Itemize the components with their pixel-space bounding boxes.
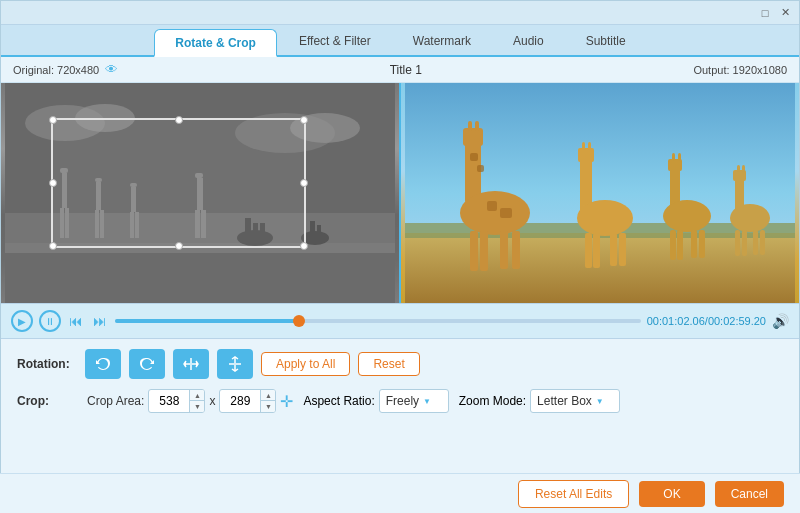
reset-all-button[interactable]: Reset All Edits: [518, 480, 629, 508]
scene-left: [1, 83, 399, 303]
svg-rect-52: [585, 233, 592, 268]
aspect-ratio-group: Aspect Ratio: Freely ▼: [303, 389, 448, 413]
volume-icon[interactable]: 🔊: [772, 313, 789, 329]
crop-width-input-wrap: ▲ ▼: [148, 389, 205, 413]
title-bar: □ ✕: [1, 1, 799, 25]
x-separator: x: [209, 394, 215, 408]
tabs-bar: Rotate & Crop Effect & Filter Watermark …: [1, 25, 799, 57]
zoom-mode-label: Zoom Mode:: [459, 394, 526, 408]
svg-rect-42: [512, 231, 520, 269]
svg-point-38: [460, 191, 530, 235]
pause-button[interactable]: ⏸: [39, 310, 61, 332]
svg-rect-49: [582, 142, 585, 150]
time-display: 00:01:02.06/00:02:59.20: [647, 315, 766, 327]
bottom-bar: Reset All Edits OK Cancel: [0, 473, 800, 513]
svg-point-69: [730, 204, 770, 232]
minimize-button[interactable]: □: [757, 5, 773, 21]
flip-v-button[interactable]: [217, 349, 253, 379]
progress-fill: [115, 319, 299, 323]
aspect-ratio-arrow: ▼: [423, 397, 431, 406]
crop-height-down[interactable]: ▼: [261, 401, 275, 412]
svg-point-51: [577, 200, 633, 236]
svg-rect-41: [500, 231, 508, 269]
rotation-row: Rotation: Apply to All Reset: [17, 349, 783, 379]
eye-icon[interactable]: 👁: [105, 62, 118, 77]
svg-rect-40: [480, 231, 488, 271]
crop-area-label: Crop Area:: [87, 394, 144, 408]
crop-height-input-wrap: ▲ ▼: [219, 389, 276, 413]
tab-rotate-crop[interactable]: Rotate & Crop: [154, 29, 277, 57]
svg-rect-36: [468, 121, 472, 131]
svg-rect-59: [678, 153, 681, 161]
svg-rect-68: [742, 165, 745, 172]
svg-rect-72: [753, 230, 758, 255]
crop-width-input[interactable]: [149, 392, 189, 410]
ok-button[interactable]: OK: [639, 481, 704, 507]
svg-rect-61: [670, 230, 676, 260]
svg-rect-37: [475, 121, 479, 131]
svg-rect-46: [500, 208, 512, 218]
zoom-mode-select[interactable]: Letter Box ▼: [530, 389, 620, 413]
svg-rect-55: [619, 233, 626, 266]
svg-rect-43: [470, 153, 478, 161]
center-icon[interactable]: ✛: [280, 392, 293, 411]
svg-rect-30: [317, 225, 321, 241]
playback-bar: ▶ ⏸ ⏮ ⏭ 00:01:02.06/00:02:59.20 🔊: [1, 303, 799, 339]
svg-rect-62: [677, 230, 683, 260]
svg-rect-45: [487, 201, 497, 211]
progress-thumb[interactable]: [293, 315, 305, 327]
flip-h-button[interactable]: [173, 349, 209, 379]
reset-button[interactable]: Reset: [358, 352, 419, 376]
crop-width-down[interactable]: ▼: [190, 401, 204, 412]
svg-rect-50: [588, 142, 591, 150]
play-button[interactable]: ▶: [11, 310, 33, 332]
preview-right: [399, 83, 799, 303]
apply-all-button[interactable]: Apply to All: [261, 352, 350, 376]
tab-audio[interactable]: Audio: [493, 27, 564, 55]
tab-effect-filter[interactable]: Effect & Filter: [279, 27, 391, 55]
zoom-mode-arrow: ▼: [596, 397, 604, 406]
crop-height-up[interactable]: ▲: [261, 390, 275, 401]
title-center: Title 1: [118, 63, 693, 77]
close-button[interactable]: ✕: [777, 5, 793, 21]
zoom-mode-group: Zoom Mode: Letter Box ▼: [459, 389, 620, 413]
svg-rect-53: [593, 233, 600, 268]
svg-rect-44: [477, 165, 484, 172]
scene-right: [401, 83, 799, 303]
svg-rect-35: [463, 128, 483, 146]
svg-rect-73: [760, 230, 765, 255]
svg-rect-67: [737, 165, 740, 172]
preview-left: [1, 83, 399, 303]
svg-rect-39: [470, 231, 478, 271]
rotate-ccw-button[interactable]: [85, 349, 121, 379]
crop-label: Crop:: [17, 394, 77, 408]
svg-rect-70: [735, 230, 740, 256]
crop-row: Crop: Crop Area: ▲ ▼ x ▲ ▼ ✛ Aspect Ra: [17, 389, 783, 413]
preview-area: [1, 83, 799, 303]
aspect-ratio-label: Aspect Ratio:: [303, 394, 374, 408]
svg-rect-54: [610, 233, 617, 266]
svg-point-60: [663, 200, 711, 232]
aspect-ratio-select[interactable]: Freely ▼: [379, 389, 449, 413]
svg-rect-71: [742, 230, 747, 256]
svg-rect-64: [699, 230, 705, 258]
rotate-cw-button[interactable]: [129, 349, 165, 379]
svg-rect-48: [578, 148, 594, 162]
tab-watermark[interactable]: Watermark: [393, 27, 491, 55]
crop-width-up[interactable]: ▲: [190, 390, 204, 401]
tab-subtitle[interactable]: Subtitle: [566, 27, 646, 55]
controls-area: Rotation: Apply to All Reset Crop: Crop …: [1, 339, 799, 433]
crop-area-group: Crop Area: ▲ ▼ x ▲ ▼ ✛: [87, 389, 293, 413]
info-bar: Original: 720x480 👁 Title 1 Output: 1920…: [1, 57, 799, 83]
output-info: Output: 1920x1080: [693, 64, 787, 76]
progress-track[interactable]: [115, 319, 641, 323]
skip-start-button[interactable]: ⏮: [67, 313, 85, 329]
skip-end-button[interactable]: ⏭: [91, 313, 109, 329]
svg-rect-29: [310, 221, 315, 239]
rotation-label: Rotation:: [17, 357, 77, 371]
crop-box[interactable]: [51, 118, 306, 248]
svg-rect-63: [691, 230, 697, 258]
original-info: Original: 720x480: [13, 64, 99, 76]
cancel-button[interactable]: Cancel: [715, 481, 784, 507]
crop-height-input[interactable]: [220, 392, 260, 410]
